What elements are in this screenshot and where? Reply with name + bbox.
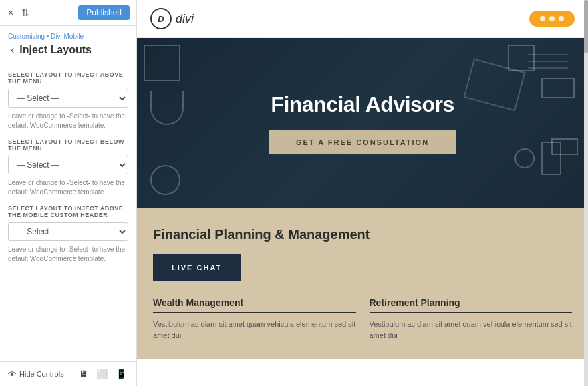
logo-circle: D bbox=[150, 8, 172, 29]
hero-section: Financial Advisors GET A FREE CONSULTATI… bbox=[137, 38, 588, 208]
hide-controls-label: Hide Controls bbox=[19, 370, 64, 378]
close-button[interactable]: × bbox=[7, 6, 15, 19]
orange-pill bbox=[529, 11, 575, 27]
mobile-icon: 📱 bbox=[116, 369, 127, 379]
orange-dot-3 bbox=[559, 16, 564, 21]
left-panel: × ⇅ Published Customizing • Divi Mobile … bbox=[0, 0, 137, 386]
published-button[interactable]: Published bbox=[78, 5, 130, 20]
breadcrumb: Customizing • Divi Mobile bbox=[8, 33, 128, 40]
top-bar-icons: × ⇅ bbox=[7, 6, 31, 19]
retirement-title: Retirement Planning bbox=[370, 297, 573, 313]
close-icon: × bbox=[8, 7, 13, 18]
top-bar: × ⇅ Published bbox=[0, 0, 136, 26]
select-below-menu[interactable]: — Select — bbox=[8, 156, 128, 174]
page-title: Inject Layouts bbox=[19, 44, 92, 56]
site-logo: D divi bbox=[150, 8, 194, 29]
two-column-grid: Wealth Management Vestibulum ac diam sit… bbox=[153, 297, 572, 341]
retirement-text: Vestibulum ac diam sit amet quam vehicul… bbox=[370, 319, 573, 341]
breadcrumb-area: Customizing • Divi Mobile ‹ Inject Layou… bbox=[0, 26, 136, 63]
right-preview: D divi bbox=[137, 0, 588, 386]
eye-icon: 👁 bbox=[8, 369, 17, 379]
section-label-above-header: Select Layout to Inject Above the Mobile… bbox=[8, 205, 128, 218]
sort-button[interactable]: ⇅ bbox=[20, 6, 31, 19]
device-icons: 🖥 ⬜ 📱 bbox=[78, 367, 128, 381]
select-above-header[interactable]: — Select — bbox=[8, 222, 128, 241]
hide-controls-button[interactable]: 👁 Hide Controls bbox=[8, 369, 64, 379]
section-label-below-menu: Select Layout to Inject Below the Menu bbox=[8, 138, 128, 152]
helper-text-below-menu: Leave or change to -Select- to have the … bbox=[8, 178, 128, 197]
mobile-icon-button[interactable]: 📱 bbox=[114, 367, 128, 381]
helper-text-above-menu: Leave or change to -Select- to have the … bbox=[8, 112, 128, 130]
panel-content: Select Layout to Inject Above the Menu —… bbox=[0, 63, 136, 361]
logo-letter: D bbox=[158, 14, 164, 24]
tablet-icon-button[interactable]: ⬜ bbox=[95, 367, 109, 381]
back-button[interactable]: ‹ bbox=[8, 41, 17, 59]
hero-title: Financial Advisors bbox=[271, 92, 454, 117]
wealth-title: Wealth Management bbox=[153, 297, 356, 313]
tablet-icon: ⬜ bbox=[96, 369, 108, 379]
orange-dot-2 bbox=[549, 16, 555, 21]
site-header: D divi bbox=[137, 0, 588, 38]
cta-button[interactable]: GET A FREE CONSULTATION bbox=[269, 130, 456, 154]
helper-text-above-header: Leave or change to -Select- to have the … bbox=[8, 245, 128, 264]
select-above-menu[interactable]: — Select — bbox=[8, 89, 128, 108]
bottom-bar: 👁 Hide Controls 🖥 ⬜ 📱 bbox=[0, 361, 136, 386]
desktop-icon: 🖥 bbox=[79, 369, 88, 379]
wealth-text: Vestibulum ac diam sit amet quam vehicul… bbox=[153, 319, 356, 341]
breadcrumb-prefix: Customizing • bbox=[8, 33, 51, 40]
col-retirement: Retirement Planning Vestibulum ac diam s… bbox=[370, 297, 573, 341]
fp-section: Financial Planning & Management LIVE CHA… bbox=[137, 208, 588, 359]
sort-icon: ⇅ bbox=[21, 7, 29, 18]
logo-name: divi bbox=[176, 12, 194, 26]
fp-title: Financial Planning & Management bbox=[153, 227, 572, 242]
live-chat-button[interactable]: LIVE CHAT bbox=[153, 254, 241, 281]
col-wealth: Wealth Management Vestibulum ac diam sit… bbox=[153, 297, 356, 341]
orange-dot-1 bbox=[540, 16, 545, 21]
breadcrumb-section: Divi Mobile bbox=[51, 33, 84, 40]
hero-content: Financial Advisors GET A FREE CONSULTATI… bbox=[137, 38, 588, 208]
desktop-icon-button[interactable]: 🖥 bbox=[78, 367, 90, 381]
preview-frame: D divi bbox=[137, 0, 588, 386]
section-label-above-menu: Select Layout to Inject Above the Menu bbox=[8, 71, 128, 85]
